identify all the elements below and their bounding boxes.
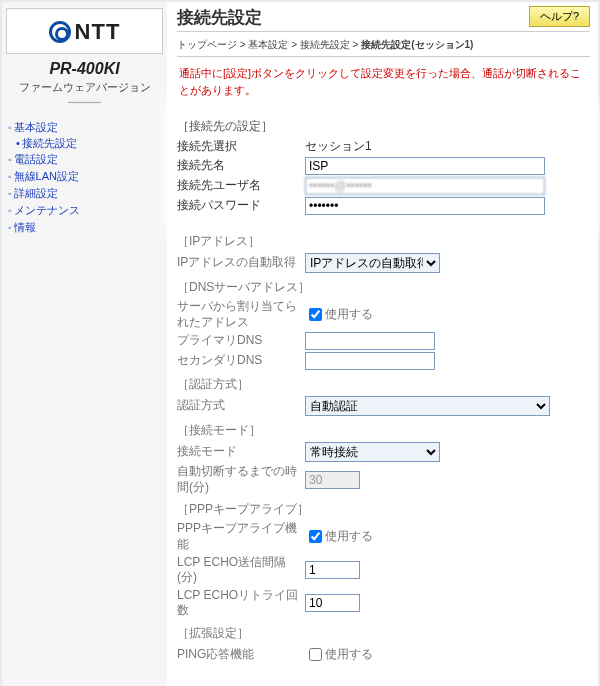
brand-text: NTT [75, 19, 121, 45]
dns-assigned-label: サーバから割り当てられたアドレス [177, 299, 305, 330]
keepalive-func-label: PPPキープアライブ機能 [177, 521, 305, 552]
ping-use-label: 使用する [325, 647, 373, 661]
nav-phone[interactable]: 電話設定 [6, 151, 163, 168]
section-mode-label: ［接続モード］ [177, 422, 590, 439]
section-ip-label: ［IPアドレス］ [177, 233, 590, 250]
main-content: 接続先設定 ヘルプ? トップページ > 基本設定 > 接続先設定 > 接続先設定… [167, 2, 598, 686]
lcp-retry-label: LCP ECHOリトライ回数 [177, 588, 305, 619]
warning-text: 通話中に[設定]ボタンをクリックして設定変更を行った場合、通話が切断されることが… [177, 57, 590, 108]
nav-maintenance[interactable]: メンテナンス [6, 202, 163, 219]
page-title: 接続先設定 [177, 6, 262, 29]
lcp-interval-input[interactable] [305, 561, 360, 579]
nav-sub-connection[interactable]: 接続先設定 [6, 136, 163, 151]
keepalive-use-label: 使用する [325, 529, 373, 543]
section-dest-label: ［接続先の設定］ [177, 118, 590, 135]
mode-select[interactable]: 常時接続 [305, 442, 440, 462]
section-ext-label: ［拡張設定］ [177, 625, 590, 642]
section-auth-label: ［認証方式］ [177, 376, 590, 393]
lcp-retry-input[interactable] [305, 594, 360, 612]
dest-pass-input[interactable] [305, 197, 545, 215]
breadcrumb-current: 接続先設定(セッション1) [361, 39, 473, 50]
mode-timeout-label: 自動切断するまでの時間(分) [177, 464, 305, 495]
ntt-logo-icon [49, 21, 71, 43]
dest-name-label: 接続先名 [177, 158, 305, 174]
section-dns-label: ［DNSサーバアドレス］ [177, 279, 590, 296]
mode-timeout-input [305, 471, 360, 489]
nav-wlan[interactable]: 無線LAN設定 [6, 168, 163, 185]
dest-user-label: 接続先ユーザ名 [177, 178, 305, 194]
dns-use-label: 使用する [325, 307, 373, 321]
connection-settings-block: ［接続先の設定］ 接続先選択 セッション1 接続先名 接続先ユーザ名 接続パスワ… [173, 106, 594, 227]
dest-user-input[interactable] [305, 177, 545, 195]
lcp-interval-label: LCP ECHO送信間隔(分) [177, 555, 305, 586]
button-row: 設定 戻る [177, 682, 268, 686]
sidebar-nav: 基本設定 接続先設定 電話設定 無線LAN設定 詳細設定 メンテナンス 情報 [6, 119, 163, 236]
breadcrumb-part[interactable]: 接続先設定 [300, 39, 350, 50]
ping-label: PING応答機能 [177, 647, 305, 663]
auth-method-label: 認証方式 [177, 398, 305, 414]
breadcrumb-part[interactable]: 基本設定 [248, 39, 288, 50]
auth-method-select[interactable]: 自動認証 [305, 396, 550, 416]
dns-secondary-input[interactable] [305, 352, 435, 370]
ping-use-checkbox[interactable] [309, 648, 322, 661]
dest-pass-label: 接続パスワード [177, 198, 305, 214]
dns-primary-input[interactable] [305, 332, 435, 350]
dns-primary-label: プライマリDNS [177, 333, 305, 349]
dns-use-checkbox[interactable] [309, 308, 322, 321]
section-keepalive-label: ［PPPキープアライブ］ [177, 501, 590, 518]
dns-secondary-label: セカンダリDNS [177, 353, 305, 369]
firmware-label: ファームウェアバージョン [6, 80, 163, 95]
ip-auto-label: IPアドレスの自動取得 [177, 255, 305, 271]
nav-basic[interactable]: 基本設定 [6, 119, 163, 136]
breadcrumb: トップページ > 基本設定 > 接続先設定 > 接続先設定(セッション1) [177, 32, 590, 57]
firmware-version: ——— [6, 95, 163, 107]
breadcrumb-part[interactable]: トップページ [177, 39, 237, 50]
help-button[interactable]: ヘルプ? [529, 6, 590, 27]
nav-detail[interactable]: 詳細設定 [6, 185, 163, 202]
dest-select-label: 接続先選択 [177, 139, 305, 155]
mode-label: 接続モード [177, 444, 305, 460]
dest-name-input[interactable] [305, 157, 545, 175]
model-name: PR-400KI [6, 60, 163, 78]
nav-info[interactable]: 情報 [6, 219, 163, 236]
ip-auto-select[interactable]: IPアドレスの自動取得 [305, 253, 440, 273]
logo-box: NTT [6, 8, 163, 54]
keepalive-use-checkbox[interactable] [309, 530, 322, 543]
dest-select-value: セッション1 [305, 138, 372, 155]
sidebar: NTT PR-400KI ファームウェアバージョン ——— 基本設定 接続先設定… [2, 2, 167, 686]
